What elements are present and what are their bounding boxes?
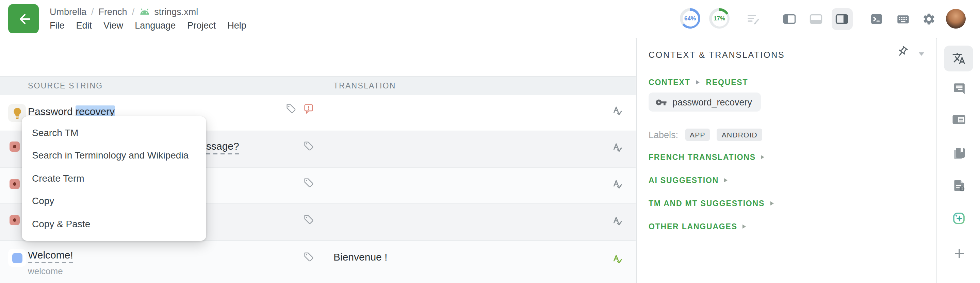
labels-row: Labels: APP ANDROID: [649, 129, 762, 141]
back-arrow-icon: [16, 11, 31, 26]
translation-column-header: TRANSLATION: [334, 82, 396, 90]
user-avatar[interactable]: [946, 9, 966, 29]
chevron-right-icon: [743, 224, 746, 229]
section-ai-suggestion[interactable]: AI SUGGESTION: [649, 176, 727, 184]
ai-assistant-tab-icon[interactable]: [952, 211, 966, 225]
key-icon: [655, 96, 667, 108]
section-french-translations[interactable]: FRENCH TRANSLATIONS: [649, 153, 765, 161]
chevron-right-icon: [697, 80, 700, 84]
source-column-header: SOURCE STRING: [28, 82, 103, 90]
translation-text[interactable]: Bienvenue !: [334, 251, 387, 262]
menu-view[interactable]: View: [103, 21, 123, 30]
breadcrumb: Umbrella / French / strings.xml: [50, 5, 198, 17]
android-icon: [139, 8, 150, 16]
file-info-tab-icon[interactable]: [952, 178, 966, 192]
label-badge-android[interactable]: ANDROID: [717, 129, 762, 141]
menu-language[interactable]: Language: [135, 21, 176, 30]
context-card-tab-icon[interactable]: [952, 113, 966, 127]
comments-tab-icon[interactable]: [952, 82, 966, 95]
context-menu: Search TM Search in Terminology and Wiki…: [22, 116, 206, 241]
pin-icon[interactable]: [894, 43, 911, 60]
translation-editor: Umbrella / French / strings.xml File Edi…: [0, 0, 980, 283]
translations-tab-icon[interactable]: [952, 52, 966, 65]
breadcrumb-separator: /: [132, 6, 135, 17]
menu-item-copy[interactable]: Copy: [22, 190, 206, 213]
menu-item-create-term[interactable]: Create Term: [22, 167, 206, 190]
section-tm-mt-suggestions[interactable]: TM AND MT SUGGESTIONS: [649, 199, 773, 207]
string-key-chip: password_recovery: [649, 92, 761, 111]
panel-links: CONTEXT REQUEST: [649, 78, 748, 86]
chevron-right-icon: [724, 178, 727, 182]
table-header: SOURCE STRING TRANSLATION: [0, 76, 636, 95]
breadcrumb-file[interactable]: strings.xml: [154, 6, 198, 17]
chevron-right-icon: [761, 155, 765, 159]
menu-item-copy-paste[interactable]: Copy & Paste: [22, 213, 206, 235]
labels-caption: Labels:: [649, 130, 678, 140]
label-badge-app[interactable]: APP: [685, 129, 710, 141]
layout-bottom-panel-icon[interactable]: [809, 12, 823, 26]
console-icon[interactable]: [870, 12, 883, 26]
breadcrumb-separator: /: [91, 6, 94, 17]
tag-icon[interactable]: [286, 103, 296, 114]
keyboard-icon[interactable]: [896, 12, 910, 26]
translated-status-icon: [12, 253, 22, 263]
layout-left-panel-icon[interactable]: [783, 12, 796, 26]
section-other-languages[interactable]: OTHER LANGUAGES: [649, 223, 746, 231]
glossary-tab-icon[interactable]: [952, 146, 966, 160]
spellcheck-icon[interactable]: [612, 178, 623, 189]
translated-progress-ring: 64%: [680, 8, 700, 29]
settings-gear-icon[interactable]: [922, 12, 936, 26]
tag-icon[interactable]: [304, 252, 314, 262]
tag-icon[interactable]: [304, 141, 314, 151]
menu-item-search-tm[interactable]: Search TM: [22, 122, 206, 145]
tag-icon[interactable]: [304, 178, 314, 188]
comment-issue-icon[interactable]: [304, 103, 314, 114]
spellcheck-icon[interactable]: [612, 215, 623, 226]
tag-icon[interactable]: [304, 214, 314, 224]
panel-title: CONTEXT & TRANSLATIONS: [649, 50, 785, 60]
context-link[interactable]: CONTEXT: [649, 78, 690, 86]
table-row[interactable]: Welcome! welcome Bienvenue !: [0, 241, 636, 283]
menu-edit[interactable]: Edit: [76, 21, 92, 30]
breadcrumb-project[interactable]: Umbrella: [50, 6, 86, 17]
approved-progress-value: 17%: [709, 8, 730, 29]
spellcheck-icon[interactable]: [612, 142, 623, 153]
approved-progress-ring: 17%: [709, 8, 730, 29]
menu-bar: File Edit View Language Project Help: [50, 21, 247, 30]
context-translations-panel: CONTEXT & TRANSLATIONS CONTEXT REQUEST p…: [636, 38, 936, 283]
breadcrumb-language[interactable]: French: [99, 6, 127, 17]
layout-right-panel-icon[interactable]: [835, 12, 849, 26]
selected-text: recovery: [76, 105, 115, 117]
menu-item-search-terminology[interactable]: Search in Terminology and Wikipedia: [22, 145, 206, 167]
untranslated-status-icon: [10, 142, 20, 152]
chevron-right-icon: [770, 201, 773, 205]
untranslated-status-icon: [10, 215, 20, 225]
translated-progress-value: 64%: [680, 8, 700, 29]
source-string[interactable]: Welcome!: [28, 249, 73, 263]
translated-status-wrap: [8, 249, 26, 267]
spellcheck-icon-approved[interactable]: [612, 253, 623, 264]
request-link[interactable]: REQUEST: [706, 78, 748, 86]
spellcheck-icon[interactable]: [612, 105, 623, 116]
right-icon-rail: [937, 38, 980, 283]
menu-file[interactable]: File: [50, 21, 65, 30]
add-panel-plus-icon[interactable]: [952, 246, 966, 260]
menu-project[interactable]: Project: [187, 21, 216, 30]
string-key-value: password_recovery: [672, 97, 752, 107]
edit-list-icon[interactable]: [746, 12, 760, 26]
string-key: welcome: [28, 266, 63, 276]
untranslated-status-icon: [10, 179, 20, 189]
top-bar: Umbrella / French / strings.xml File Edi…: [0, 0, 980, 39]
back-button[interactable]: [8, 4, 39, 33]
editor-toolbar: 17 0/ 10: [0, 38, 636, 76]
pin-dropdown-icon[interactable]: [919, 52, 924, 56]
source-string[interactable]: Password recovery: [28, 105, 115, 117]
menu-help[interactable]: Help: [227, 21, 247, 30]
source-string-partial[interactable]: ssage?: [206, 140, 239, 154]
